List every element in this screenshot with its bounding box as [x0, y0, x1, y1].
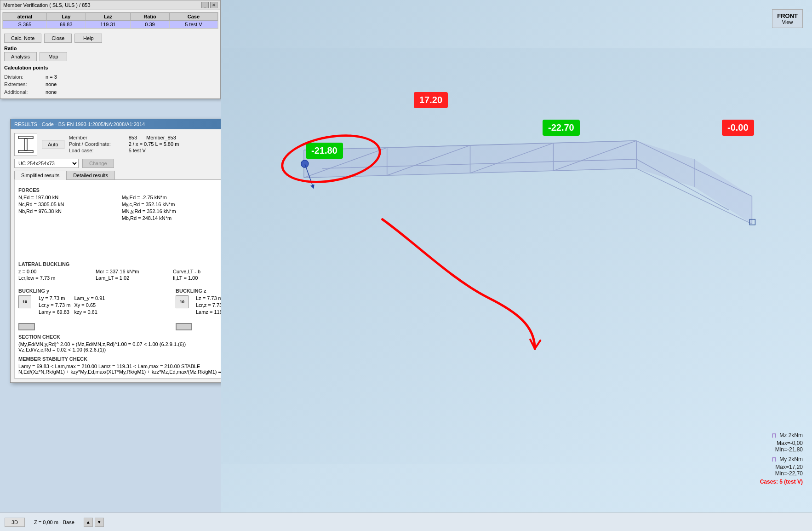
by-lam-y: Lam_y = 0.91 — [74, 295, 105, 301]
buckling-y-section: BUCKLING y 10 Ly = 7.73 m Lcr,y = 7.73 m… — [18, 284, 166, 330]
buckling-y-content: 10 Ly = 7.73 m Lcr,y = 7.73 m Lamy = 69.… — [18, 295, 166, 330]
member-number: 853 — [129, 135, 137, 140]
member-label: Member — [69, 135, 120, 140]
lb-mcr: Mcr = 337.16 kN*m — [96, 269, 169, 274]
mbrd-value: Mb,Rd = 248.14 kN*m — [122, 215, 221, 221]
buckling-y-icons: 10 — [18, 295, 35, 330]
lb-lamlt: Lam_LT = 1.02 — [96, 275, 169, 281]
legend-my-max: Max=17,20 — [760, 464, 803, 470]
calc-points-section: Calculation points Division: n = 3 Extre… — [4, 64, 217, 96]
3d-button[interactable]: 3D — [5, 518, 25, 527]
badge-mid-green: -22.70 — [543, 120, 580, 136]
mycrd-value: My,c,Rd = 352.16 kN*m — [122, 202, 221, 207]
section-dropdown[interactable]: UC 254x254x73 — [14, 159, 79, 168]
calc-points-label: Calculation points — [4, 64, 217, 72]
additional-label: Additional: — [4, 88, 41, 96]
mz-icon: ⊓ — [772, 432, 777, 439]
3d-structure-svg — [221, 0, 812, 513]
top-member-verification-dialog: Member Verification ( SLS, ULS ) / 853 _… — [0, 0, 221, 99]
cell-ratio: 0.39 — [131, 21, 170, 29]
3d-viewport: 17.20 -22.70 -21.80 -0.00 FRONT View ⊓ M… — [221, 0, 812, 513]
member-table: aterial Lay Laz Ratio Case S 365 69.83 1… — [2, 12, 218, 29]
point-label: Point / Coordinate: — [69, 141, 120, 147]
col-lay: Lay — [46, 13, 86, 21]
legend-my-label: My 2kNm — [779, 456, 803, 462]
cell-laz: 119.31 — [86, 21, 131, 29]
nav-down-button[interactable]: ▼ — [95, 518, 104, 527]
map-button[interactable]: Map — [40, 52, 67, 61]
auto-button[interactable]: Auto — [42, 140, 64, 149]
main-dialog-title: RESULTS - Code - BS-EN 1993-1:2005/NA:20… — [14, 121, 145, 127]
badge-top-red: 17.20 — [414, 92, 448, 108]
legend-mz-label: Mz 2kNm — [779, 432, 803, 439]
top-dialog-titlebar: Member Verification ( SLS, ULS ) / 853 _… — [0, 0, 220, 10]
division-label: Division: — [4, 73, 41, 81]
col-laz: Laz — [86, 13, 131, 21]
col-material: aterial — [3, 13, 47, 21]
by-lcry: Lcr,y = 7.73 m — [39, 302, 70, 308]
minimize-button[interactable]: _ — [201, 2, 209, 8]
ratio-label: Ratio — [4, 46, 217, 51]
ratio-section: Ratio Analysis Map — [4, 46, 217, 61]
nav-up-button[interactable]: ▲ — [84, 518, 93, 527]
close-button[interactable]: ✕ — [210, 2, 217, 8]
by-ly: Ly = 7.73 m — [39, 295, 70, 301]
help-button-top[interactable]: Help — [74, 34, 102, 43]
buckling-y-icon2 — [18, 323, 35, 330]
load-case-label: Load case: — [69, 148, 120, 153]
nav-controls: ▲ ▼ — [84, 518, 104, 527]
svg-marker-27 — [470, 143, 554, 173]
tab-detailed[interactable]: Detailed results — [66, 171, 115, 179]
cell-lay: 69.83 — [46, 21, 86, 29]
myed-value: My,Ed = -2.75 kN*m — [122, 195, 221, 200]
buckling-z-icon1: 10 — [176, 295, 189, 308]
buckling-z-icon2 — [176, 323, 192, 330]
svg-rect-3 — [221, 48, 812, 464]
svg-marker-28 — [553, 141, 636, 171]
legend-my-item: ⊓ My 2kNm — [760, 456, 803, 463]
coord-label: Z = 0,00 m - Base — [34, 519, 74, 525]
legend-my-min: Min=-22,70 — [760, 470, 803, 477]
legend-panel: ⊓ Mz 2kNm Max=-0,00 Min=-21,80 ⊓ My 2kNm… — [760, 432, 803, 485]
top-dialog-titlebar-buttons: _ ✕ — [201, 2, 217, 8]
buckling-y-heading: BUCKLING y — [18, 288, 166, 294]
ncrd-value: Nc,Rd = 3305.05 kN — [18, 202, 117, 207]
load-case-row: Load case: 5 test V — [69, 148, 229, 153]
extremes-row: Extremes: none — [4, 81, 217, 88]
my-icon: ⊓ — [772, 456, 777, 463]
top-dialog-controls: Calc. Note Close Help Ratio Analysis Map… — [0, 31, 220, 98]
badge-right-red: -0.00 — [722, 120, 754, 136]
additional-row: Additional: none — [4, 88, 217, 96]
analysis-button[interactable]: Analysis — [4, 52, 37, 61]
division-value: n = 3 — [46, 73, 57, 81]
legend-cases: Cases: 5 (test V) — [760, 479, 803, 485]
member-section-icon — [14, 133, 37, 156]
lb-z: z = 0.00 — [18, 269, 92, 274]
col-ratio: Ratio — [131, 13, 170, 21]
division-row: Division: n = 3 — [4, 73, 217, 81]
by-lamy: Lamy = 69.83 — [39, 309, 70, 315]
top-btn-row1: Calc. Note Close Help — [4, 34, 217, 43]
by-xy: Xy = 0.65 — [74, 302, 105, 308]
change-button[interactable]: Change — [82, 159, 114, 168]
legend-mz-max: Max=-0,00 — [760, 440, 803, 446]
legend-mz-item: ⊓ Mz 2kNm — [760, 432, 803, 439]
svg-rect-2 — [24, 139, 27, 150]
cell-material: S 365 — [3, 21, 47, 29]
view-label: View — [777, 19, 798, 25]
close-dialog-button[interactable]: Close — [44, 34, 72, 43]
tab-simplified[interactable]: Simplified results — [14, 171, 66, 180]
status-bar: 3D Z = 0,00 m - Base ▲ ▼ — [0, 513, 812, 531]
calc-note-button-top[interactable]: Calc. Note — [4, 34, 41, 43]
top-dialog-title: Member Verification ( SLS, ULS ) / 853 — [3, 2, 91, 8]
extremes-label: Extremes: — [4, 81, 41, 88]
buckling-y-vals2: Lam_y = 0.91 Xy = 0.65 kzy = 0.61 — [74, 295, 105, 315]
nbrd-value: Nb,Rd = 976.38 kN — [18, 208, 117, 214]
member-name: Member_853 — [146, 135, 176, 140]
forces-col1: N,Ed = 197.00 kN Nc,Rd = 3305.05 kN Nb,R… — [18, 195, 117, 221]
by-kzy: kzy = 0.61 — [74, 309, 105, 315]
front-label: FRONT — [777, 12, 798, 19]
point-value: 2 / x = 0.75 L = 5.80 m — [129, 141, 179, 147]
point-row: Point / Coordinate: 2 / x = 0.75 L = 5.8… — [69, 141, 229, 147]
member-name-row: Member 853 Member_853 — [69, 135, 229, 140]
